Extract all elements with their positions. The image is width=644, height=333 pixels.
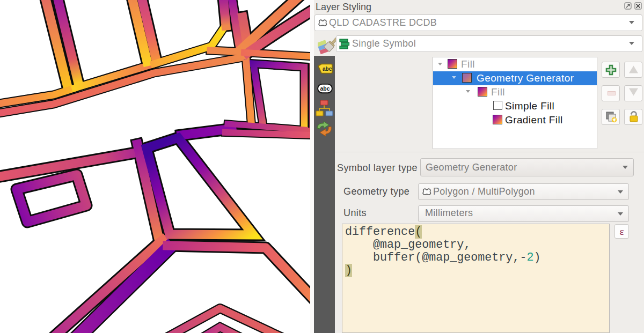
svg-text:abc: abc	[323, 66, 332, 72]
svg-text:abc: abc	[320, 85, 330, 92]
